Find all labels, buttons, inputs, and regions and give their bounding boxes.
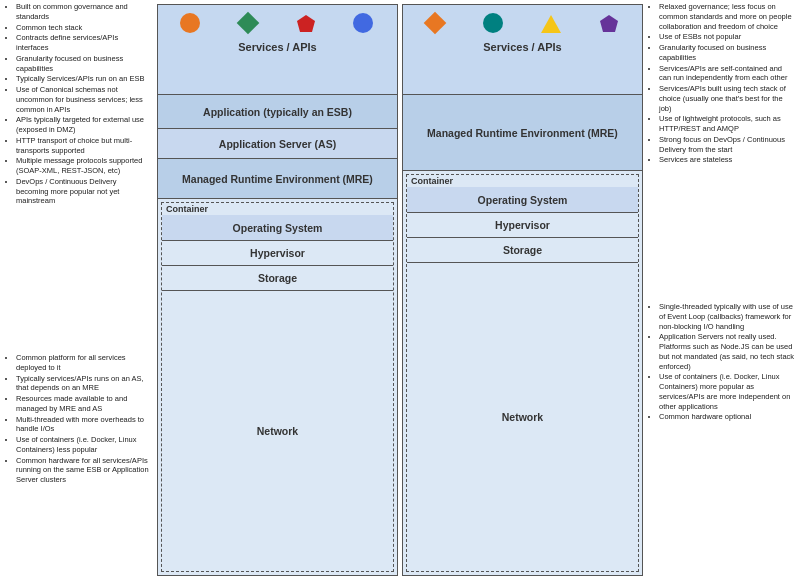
svg-marker-2 (600, 15, 618, 32)
orange-circle-icon (180, 13, 202, 35)
soa-column: Services / APIs Application (typically a… (157, 4, 398, 576)
svg-marker-1 (541, 15, 561, 33)
left-note-item: Typically Services/APIs run on an ESB (16, 74, 151, 84)
red-pentagon-icon (295, 13, 317, 35)
arch-area: Services / APIs Application (typically a… (155, 0, 645, 580)
green-diamond-icon (238, 13, 260, 35)
soa-container-box: Container Operating System Hypervisor St… (161, 202, 394, 572)
ms-network-layer: Network (407, 263, 638, 571)
orange-diamond-icon (425, 13, 447, 35)
soa-hypervisor-layer: Hypervisor (162, 241, 393, 266)
right-notes-bottom: Single-threaded typically with use of us… (649, 302, 796, 423)
left-notes-top-list: Built on common governance and standards… (6, 2, 151, 206)
soa-container-label: Container (162, 203, 393, 215)
left-notes-bottom-list: Common platform for all services deploye… (6, 353, 151, 485)
page-container: Built on common governance and standards… (0, 0, 800, 580)
right-note-item: Services/APIs built using tech stack of … (659, 84, 796, 113)
ms-icons-row (407, 9, 638, 39)
left-note-item: Multi-threaded with more overheads to ha… (16, 415, 151, 435)
blue-circle-icon (353, 13, 375, 35)
ms-container-label: Container (407, 175, 638, 187)
ms-mre-layer: Managed Runtime Environment (MRE) (403, 95, 642, 171)
left-note-item: APIs typically targeted for external use… (16, 115, 151, 135)
left-note-item: Granularity focused on business capabili… (16, 54, 151, 74)
left-note-item: Built on common governance and standards (16, 2, 151, 22)
right-notes-top: Relaxed governance; less focus on common… (649, 2, 796, 166)
right-note-item: Application Servers not really used. Pla… (659, 332, 796, 371)
soa-services-section: Services / APIs (158, 5, 397, 95)
left-note-item: Multiple message protocols supported (SO… (16, 156, 151, 176)
soa-storage-layer: Storage (162, 266, 393, 291)
ms-container-box: Container Operating System Hypervisor St… (406, 174, 639, 572)
microservices-column: Services / APIs Managed Runtime Environm… (402, 4, 643, 576)
svg-marker-0 (297, 15, 315, 32)
right-note-item: Common hardware optional (659, 412, 796, 422)
left-note-item: Common platform for all services deploye… (16, 353, 151, 373)
right-note-item: Use of containers (i.e. Docker, Linux Co… (659, 372, 796, 411)
soa-os-layer: Operating System (162, 215, 393, 241)
right-notes-bottom-list: Single-threaded typically with use of us… (649, 302, 796, 422)
left-note-item: Common hardware for all services/APIs ru… (16, 456, 151, 485)
left-notes-bottom: Common platform for all services deploye… (6, 353, 151, 486)
left-note-item: HTTP transport of choice but multi-trans… (16, 136, 151, 156)
ms-hypervisor-layer: Hypervisor (407, 213, 638, 238)
left-note-item: DevOps / Continuous Delivery becoming mo… (16, 177, 151, 206)
soa-mre-layer: Managed Runtime Environment (MRE) (158, 159, 397, 199)
soa-icons-row (162, 9, 393, 39)
arch-columns: Services / APIs Application (typically a… (157, 4, 643, 576)
right-note-item: Single-threaded typically with use of us… (659, 302, 796, 331)
yellow-triangle-icon (540, 13, 562, 35)
soa-network-layer: Network (162, 291, 393, 571)
left-note-item: Common tech stack (16, 23, 151, 33)
right-note-item: Services/APIs are self-contained and can… (659, 64, 796, 84)
ms-storage-layer: Storage (407, 238, 638, 263)
soa-services-label: Services / APIs (162, 39, 393, 55)
right-note-item: Use of ESBs not popular (659, 32, 796, 42)
right-note-item: Services are stateless (659, 155, 796, 165)
left-note-item: Resources made available to and managed … (16, 394, 151, 414)
left-note-item: Use of Canonical schemas not uncommon fo… (16, 85, 151, 114)
ms-os-layer: Operating System (407, 187, 638, 213)
purple-pentagon-icon (598, 13, 620, 35)
left-note-item: Typically services/APIs runs on an AS, t… (16, 374, 151, 394)
left-note-item: Contracts define services/APIs interface… (16, 33, 151, 53)
left-notes-top: Built on common governance and standards… (6, 2, 151, 207)
ms-services-label: Services / APIs (407, 39, 638, 55)
right-notes-top-list: Relaxed governance; less focus on common… (649, 2, 796, 165)
right-note-item: Relaxed governance; less focus on common… (659, 2, 796, 31)
right-notes: Relaxed governance; less focus on common… (645, 0, 800, 580)
soa-app-esb-layer: Application (typically an ESB) (158, 95, 397, 129)
teal-circle-icon (483, 13, 505, 35)
ms-services-section: Services / APIs (403, 5, 642, 95)
soa-app-server-layer: Application Server (AS) (158, 129, 397, 159)
right-note-item: Strong focus on DevOps / Continuous Deli… (659, 135, 796, 155)
right-note-item: Granularity focused on business capabili… (659, 43, 796, 63)
left-note-item: Use of containers (i.e. Docker, Linux Co… (16, 435, 151, 455)
right-note-item: Use of lightweight protocols, such as HT… (659, 114, 796, 134)
left-notes: Built on common governance and standards… (0, 0, 155, 580)
